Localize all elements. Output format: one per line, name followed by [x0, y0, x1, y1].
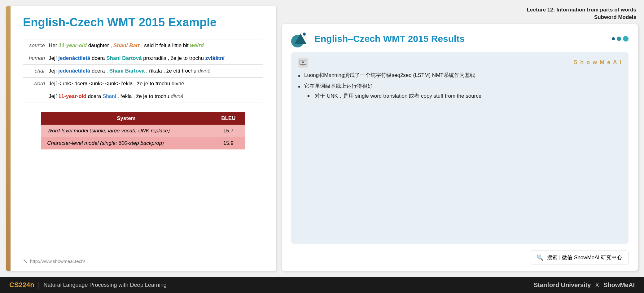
- showme-brand: S h o w M e A I: [574, 59, 622, 66]
- teal-shani-bartova-char: Shani Bartová: [109, 68, 145, 74]
- table-row-human: human Její jedenáctiletá dcera Shani Bar…: [23, 52, 263, 64]
- sub-bullet-item-1: 对于 UNK，是用 single word translation 或者 cop…: [307, 92, 622, 100]
- bottom-right: Stanford University X ShowMeAI: [534, 282, 635, 289]
- bleu-char-model: 15.9: [212, 137, 245, 149]
- x-separator: X: [595, 282, 601, 288]
- right-slide-title: English–Czech WMT 2015 Results: [314, 33, 607, 44]
- cs-label: CS224n: [9, 281, 34, 289]
- bleu-word-model: 15.7: [212, 125, 245, 137]
- dots-container: [612, 36, 629, 42]
- italic-divne-char: divně: [198, 68, 211, 74]
- bullet-item-1: Luong和Manning测试了一个纯字符级seq2seq (LSTM) NMT…: [298, 71, 622, 79]
- lecture-line1: Lecture 12: Information from parts of wo…: [282, 6, 636, 14]
- red-11yearold: 11-year-old: [58, 93, 86, 99]
- system-char-model: Character-level model (single; 600-step …: [41, 137, 212, 149]
- row-content-human: Její jedenáctiletá dcera Shani Bartová p…: [47, 52, 263, 64]
- blue-jedenactiletá-char: jedenáctiletá: [58, 68, 90, 74]
- stanford-text: Stanford University: [534, 282, 591, 288]
- separator: |: [38, 281, 40, 289]
- sub-bullet-list: 对于 UNK，是用 single word translation 或者 cop…: [307, 92, 622, 100]
- bullet-text-2: 它在单词级基线上运行得很好: [304, 83, 373, 89]
- svg-rect-5: [302, 65, 304, 65]
- row-content-word2: Její 11-year-old dcera Shani , řekla , ž…: [47, 90, 263, 103]
- blue-shani: Shani: [103, 93, 116, 99]
- italic-divne-word: divné: [171, 93, 183, 99]
- left-panel: English-Czech WMT 2015 Example source He…: [6, 6, 276, 271]
- dark-blue-zvlastni: zvláštní: [205, 55, 225, 61]
- showme-header: S h o w M e A I: [298, 58, 622, 68]
- content-area: English-Czech WMT 2015 Example source He…: [0, 0, 644, 277]
- table-row-word2: Její 11-year-old dcera Shani , řekla , ž…: [23, 90, 263, 103]
- main-container: English-Czech WMT 2015 Example source He…: [0, 0, 644, 293]
- bullet-text-1: Luong和Manning测试了一个纯字符级seq2seq (LSTM) NMT…: [304, 72, 475, 78]
- lecture-header: Lecture 12: Information from parts of wo…: [282, 6, 638, 21]
- results-table: System BLEU Word-level model (single; la…: [41, 112, 245, 149]
- blue-jedenactiletá-human: jedenáctiletá: [58, 55, 90, 61]
- slide-header-right: English–Czech WMT 2015 Results: [291, 30, 629, 47]
- table-header-row: System BLEU: [41, 112, 245, 125]
- bottom-bar: CS224n | Natural Language Processing wit…: [0, 277, 644, 293]
- search-box[interactable]: 🔍 搜索 | 微信 ShowMeAI 研究中心: [530, 251, 629, 264]
- system-word-model: Word-level model (single; large vocab; U…: [41, 125, 212, 137]
- search-icon: 🔍: [537, 254, 543, 261]
- green-text-11yearold: 11-year-old: [59, 42, 87, 48]
- slide-title: English-Czech WMT 2015 Example: [23, 16, 263, 30]
- table-row-word1: word Její <unk> dcera <unk> <unk> řekla …: [23, 77, 263, 90]
- right-slide: English–Czech WMT 2015 Results: [282, 24, 638, 271]
- orange-text-shanibart: Shani Bart: [113, 42, 140, 48]
- row-content-word1: Její <unk> dcera <unk> <unk> řekla , že …: [47, 77, 263, 90]
- sub-bullet-text-1: 对于 UNK，是用 single word translation 或者 cop…: [315, 93, 481, 99]
- table-row-source: source Her 11-year-old daughter , Shani …: [23, 39, 263, 52]
- left-content: English-Czech WMT 2015 Example source He…: [11, 6, 276, 271]
- left-border-accent: [6, 6, 11, 271]
- bullet-item-2: 它在单词级基线上运行得很好 对于 UNK，是用 single word tran…: [298, 82, 622, 100]
- row-label-human: human: [23, 52, 47, 64]
- footer-url: http://www.showmeai.tech/: [30, 259, 85, 264]
- teal-shani-bartova-human: Shani Bartová: [106, 55, 142, 61]
- dot-teal2: [623, 36, 629, 42]
- results-table-wrapper: System BLEU Word-level model (single; la…: [23, 112, 263, 149]
- dot-teal1: [617, 37, 621, 41]
- row-label-source: source: [23, 39, 47, 52]
- lecture-line2: Subword Models: [282, 14, 636, 21]
- table-row-char-model: Character-level model (single; 600-step …: [41, 137, 245, 149]
- dot-dark: [612, 37, 615, 40]
- cursor-icon: ↖: [23, 258, 28, 264]
- translation-table: source Her 11-year-old daughter , Shani …: [23, 39, 263, 103]
- row-label-char: char: [23, 64, 47, 77]
- svg-point-4: [302, 61, 304, 63]
- showme-ai-icon: [298, 58, 308, 68]
- col-header-bleu: BLEU: [212, 112, 245, 125]
- bottom-subtitle: Natural Language Processing with Deep Le…: [43, 282, 166, 288]
- svg-point-2: [303, 33, 306, 36]
- mountain-icon: [291, 30, 310, 47]
- showmeai-text: ShowMeAI: [603, 282, 635, 288]
- col-header-system: System: [41, 112, 212, 125]
- row-label-word: word: [23, 77, 47, 103]
- green-text-weird: weird: [190, 42, 204, 48]
- showme-box: S h o w M e A I Luong和Manning测试了一个纯字符级se…: [291, 52, 629, 244]
- row-content-char: Její jedenáctiletá dcera , Shani Bartová…: [47, 64, 263, 77]
- footer-link: ↖ http://www.showmeai.tech/: [23, 255, 263, 264]
- bottom-left: CS224n | Natural Language Processing wit…: [9, 281, 167, 289]
- search-box-text: 搜索 | 微信 ShowMeAI 研究中心: [547, 254, 622, 261]
- row-content-source: Her 11-year-old daughter , Shani Bart , …: [47, 39, 263, 52]
- right-panel: Lecture 12: Information from parts of wo…: [282, 6, 638, 271]
- table-row-char: char Její jedenáctiletá dcera , Shani Ba…: [23, 64, 263, 77]
- table-row-word-model: Word-level model (single; large vocab; U…: [41, 125, 245, 137]
- bullet-list: Luong和Manning测试了一个纯字符级seq2seq (LSTM) NMT…: [298, 71, 622, 100]
